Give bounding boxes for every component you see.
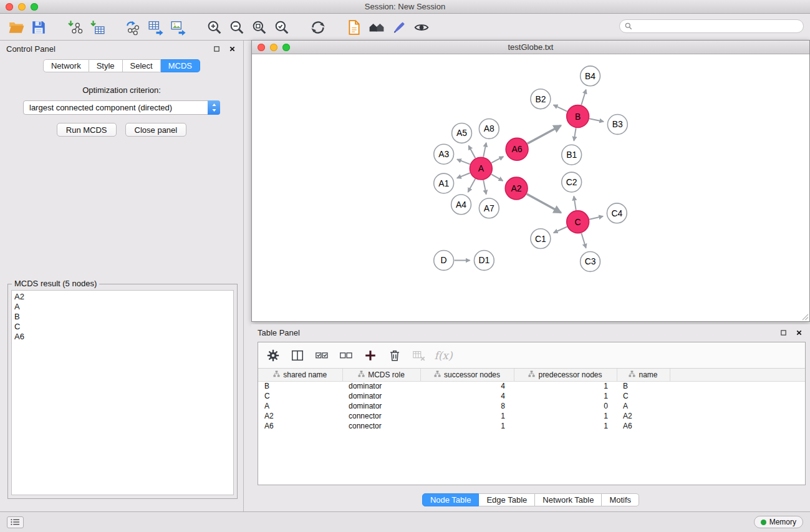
zoom-in-button[interactable] xyxy=(203,16,226,39)
graph-node-A7[interactable]: A7 xyxy=(479,198,499,218)
mcds-result-item[interactable]: A2 xyxy=(14,292,231,302)
apply-style-button[interactable] xyxy=(388,16,410,39)
graph-node-A[interactable]: A xyxy=(470,157,492,180)
deselect-all-rows-button[interactable] xyxy=(336,346,356,365)
graph-edge-A6-B[interactable] xyxy=(528,125,561,143)
mcds-result-item[interactable]: A6 xyxy=(14,332,231,342)
table-row[interactable]: Cdominator41C xyxy=(258,391,805,401)
apply-preferred-layout-button[interactable] xyxy=(307,16,329,39)
graph-edge-A-A6[interactable] xyxy=(491,157,503,163)
task-history-button[interactable] xyxy=(7,516,24,528)
graph-node-A2[interactable]: A2 xyxy=(505,177,528,200)
graph-edge-A-A1[interactable] xyxy=(457,173,470,178)
zoom-window-button[interactable] xyxy=(31,3,38,11)
network-close-button[interactable] xyxy=(258,44,265,51)
mcds-result-item[interactable]: C xyxy=(14,322,231,332)
zoom-out-button[interactable] xyxy=(226,16,248,39)
criterion-dropdown[interactable]: largest connected component (directed) xyxy=(23,100,220,115)
mcds-result-list[interactable]: A2ABCA6 xyxy=(11,290,234,495)
graph-edge-A-A8[interactable] xyxy=(483,143,486,157)
graph-node-C1[interactable]: C1 xyxy=(531,229,551,249)
import-table-from-file-button[interactable] xyxy=(86,16,108,39)
tab-node-table[interactable]: Node Table xyxy=(422,493,480,506)
column-header-name[interactable]: name xyxy=(617,369,670,381)
select-all-rows-button[interactable] xyxy=(312,346,332,365)
table-row[interactable]: A2connector11A2 xyxy=(258,411,805,421)
graph-edge-C-C3[interactable] xyxy=(581,233,586,248)
table-settings-button[interactable] xyxy=(263,346,283,365)
graph-edge-A-A2[interactable] xyxy=(491,174,503,180)
tab-edge-table[interactable]: Edge Table xyxy=(479,493,535,506)
graph-edge-A-A5[interactable] xyxy=(468,146,475,158)
tab-network-table[interactable]: Network Table xyxy=(535,493,602,506)
close-panel-button[interactable]: Close panel xyxy=(125,123,187,137)
graph-node-A5[interactable]: A5 xyxy=(452,123,472,143)
network-zoom-button[interactable] xyxy=(282,44,290,51)
tab-motifs[interactable]: Motifs xyxy=(602,493,639,506)
graph-node-A1[interactable]: A1 xyxy=(434,173,454,193)
table-row[interactable]: Bdominator41B xyxy=(258,381,805,391)
column-header-mcds-role[interactable]: MCDS role xyxy=(342,369,420,381)
export-network-button[interactable] xyxy=(122,16,145,39)
open-session-button[interactable] xyxy=(5,16,27,39)
float-table-panel-button[interactable] xyxy=(778,327,788,337)
first-neighbors-button[interactable] xyxy=(365,16,388,39)
graph-node-C3[interactable]: C3 xyxy=(581,252,600,272)
graph-node-B4[interactable]: B4 xyxy=(581,66,600,86)
function-builder-button[interactable]: f(x) xyxy=(433,346,453,365)
run-mcds-button[interactable]: Run MCDS xyxy=(57,123,117,137)
graph-node-B3[interactable]: B3 xyxy=(607,115,627,135)
graph-node-B2[interactable]: B2 xyxy=(531,89,551,109)
mcds-result-item[interactable]: B xyxy=(14,312,231,322)
export-table-button[interactable] xyxy=(145,16,167,39)
tab-select[interactable]: Select xyxy=(123,59,161,72)
zoom-fit-button[interactable] xyxy=(248,16,271,39)
zoom-selected-button[interactable] xyxy=(271,16,293,39)
column-header-successor-nodes[interactable]: successor nodes xyxy=(420,369,514,381)
create-new-column-button[interactable] xyxy=(360,346,380,365)
search-field[interactable] xyxy=(619,19,804,33)
resize-grip-icon[interactable] xyxy=(801,313,809,321)
export-image-button[interactable] xyxy=(167,16,190,39)
import-network-from-file-button[interactable] xyxy=(64,16,86,39)
graph-node-B1[interactable]: B1 xyxy=(562,145,582,165)
open-document-button[interactable] xyxy=(343,16,365,39)
graph-edge-B-B3[interactable] xyxy=(589,118,604,122)
graph-edge-B-B4[interactable] xyxy=(581,90,586,105)
close-control-panel-button[interactable] xyxy=(227,44,237,54)
graph-edge-A2-C[interactable] xyxy=(527,194,561,213)
graph-node-A3[interactable]: A3 xyxy=(434,144,454,164)
graph-edge-B-B1[interactable] xyxy=(574,128,576,140)
graph-edge-C-C1[interactable] xyxy=(554,227,567,233)
close-window-button[interactable] xyxy=(6,3,13,11)
table-row[interactable]: A6connector11A6 xyxy=(258,421,805,431)
graph-edge-C-C4[interactable] xyxy=(589,216,603,220)
network-canvas[interactable]: B4B2BB3A8A5A6A3B1AC2A1A2A4A7C4CC1C3DD1 xyxy=(252,55,809,321)
delete-column-button[interactable] xyxy=(385,346,405,365)
save-session-button[interactable] xyxy=(27,16,50,39)
graph-node-A8[interactable]: A8 xyxy=(479,119,499,139)
column-header-predecessor-nodes[interactable]: predecessor nodes xyxy=(514,369,617,381)
graph-node-D[interactable]: D xyxy=(434,251,454,271)
graph-node-B[interactable]: B xyxy=(567,105,589,128)
tab-mcds[interactable]: MCDS xyxy=(161,59,200,72)
graph-node-D1[interactable]: D1 xyxy=(474,251,494,271)
graph-edge-A-A7[interactable] xyxy=(483,180,486,195)
graph-edge-C-C2[interactable] xyxy=(574,196,576,210)
network-minimize-button[interactable] xyxy=(270,44,277,51)
minimize-window-button[interactable] xyxy=(18,3,26,11)
table-row[interactable]: Adominator80A xyxy=(258,401,805,411)
graph-edge-B-B2[interactable] xyxy=(554,105,567,111)
float-panel-button[interactable] xyxy=(211,44,221,54)
graph-node-C[interactable]: C xyxy=(567,211,589,233)
graph-node-A6[interactable]: A6 xyxy=(506,138,528,160)
delete-table-button[interactable] xyxy=(409,346,429,365)
column-settings-button[interactable] xyxy=(287,346,307,365)
mcds-result-item[interactable]: A xyxy=(14,302,231,312)
search-input[interactable] xyxy=(635,22,798,31)
tab-network[interactable]: Network xyxy=(43,59,89,72)
memory-button[interactable]: Memory xyxy=(754,516,803,528)
close-table-panel-button[interactable] xyxy=(794,327,804,337)
graph-node-C4[interactable]: C4 xyxy=(607,203,627,223)
graph-node-A4[interactable]: A4 xyxy=(451,195,471,215)
